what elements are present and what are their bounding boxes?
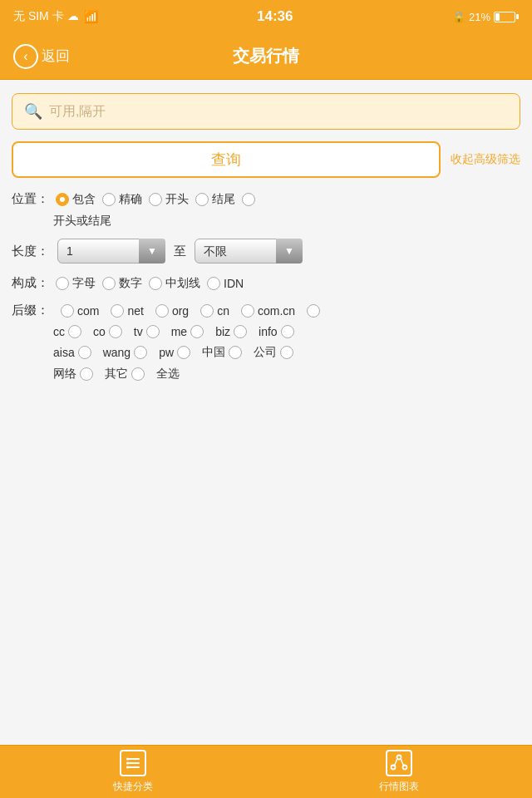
- comp-option-idn[interactable]: IDN: [207, 277, 244, 290]
- status-time: 14:36: [257, 8, 293, 25]
- radio-letter: [56, 277, 69, 290]
- suffix-org[interactable]: org: [155, 304, 189, 318]
- content-area: 🔍 可用,隔开 查询 收起高级筛选 位置： 包含 精确 开头 结尾 开头或结尾 …: [0, 80, 532, 745]
- suffix-net[interactable]: net: [111, 304, 143, 318]
- composition-row: 构成： 字母 数字 中划线 IDN: [12, 275, 520, 291]
- length-row: 长度： 123 456 ▼ 至 不限23 456 ▼: [12, 239, 520, 264]
- suffix-row-4: 网络 其它 全选: [53, 367, 520, 382]
- suffix-network[interactable]: 网络: [53, 367, 93, 382]
- suffix-row-2: cc co tv me biz info: [53, 325, 520, 338]
- radio-dash: [149, 277, 162, 290]
- suffix-info[interactable]: info: [259, 325, 294, 338]
- suffix-row-3: aisa wang pw 中国 公司: [53, 345, 520, 360]
- suffix-cn[interactable]: cn: [200, 304, 229, 318]
- query-row: 查询 收起高级筛选: [12, 141, 520, 178]
- radio-number: [102, 277, 116, 290]
- suffix-com[interactable]: com: [61, 304, 99, 318]
- query-button[interactable]: 查询: [12, 141, 441, 178]
- tab-bar: 快捷分类 行情图表: [0, 745, 532, 798]
- wifi-icon: 📶: [84, 10, 98, 23]
- suffix-cc[interactable]: cc: [53, 325, 81, 338]
- svg-point-5: [126, 766, 129, 769]
- radio-idn: [207, 277, 220, 290]
- suffix-selectall[interactable]: 全选: [156, 367, 180, 382]
- suffix-me[interactable]: me: [171, 325, 204, 338]
- comp-option-number[interactable]: 数字: [102, 276, 142, 291]
- suffix-biz[interactable]: biz: [215, 325, 247, 338]
- comp-option-letter[interactable]: 字母: [56, 276, 96, 291]
- share-icon: [386, 750, 412, 776]
- sub-option-text: 开头或结尾: [53, 214, 520, 229]
- back-button[interactable]: ‹ 返回: [13, 44, 70, 69]
- position-filter-row: 位置： 包含 精确 开头 结尾: [12, 191, 520, 207]
- suffix-aisa[interactable]: aisa: [53, 346, 91, 359]
- tab-chart-label: 行情图表: [379, 780, 419, 794]
- radio-extra: [242, 193, 255, 206]
- position-label: 位置：: [12, 191, 49, 207]
- search-icon: 🔍: [24, 102, 42, 121]
- suffix-label: 后缀：: [12, 303, 49, 318]
- collapse-filter-button[interactable]: 收起高级筛选: [451, 152, 520, 167]
- suffix-tv[interactable]: tv: [134, 325, 160, 338]
- nav-title: 交易行情: [233, 45, 299, 67]
- suffix-co[interactable]: co: [93, 325, 122, 338]
- suffix-section: 后缀： com net org cn com.cn: [12, 303, 520, 382]
- length-from-wrapper: 123 456 ▼: [57, 239, 165, 264]
- position-option-exact[interactable]: 精确: [102, 192, 142, 207]
- back-circle-icon: ‹: [13, 44, 38, 69]
- tab-market-chart[interactable]: 行情图表: [379, 750, 419, 794]
- length-from-select[interactable]: 123 456: [57, 239, 165, 264]
- back-label: 返回: [42, 47, 70, 66]
- tab-quick-label: 快捷分类: [113, 780, 153, 794]
- position-option-start[interactable]: 开头: [149, 192, 189, 207]
- suffix-row-1: 后缀： com net org cn com.cn: [12, 303, 520, 318]
- svg-point-3: [126, 758, 129, 761]
- svg-line-10: [401, 759, 404, 766]
- nav-bar: ‹ 返回 交易行情: [0, 33, 532, 80]
- position-option-end[interactable]: 结尾: [195, 192, 235, 207]
- status-bar: 无 SIM 卡 ☁ 📶 14:36 🔒 21%: [0, 0, 532, 33]
- composition-label: 构成：: [12, 275, 49, 291]
- search-box[interactable]: 🔍 可用,隔开: [12, 93, 520, 130]
- suffix-other[interactable]: 其它: [105, 367, 145, 382]
- position-option-contain[interactable]: 包含: [56, 192, 96, 207]
- radio-contain: [56, 193, 69, 206]
- lock-icon: 🔒: [452, 11, 466, 23]
- tab-quick-category[interactable]: 快捷分类: [113, 750, 153, 794]
- radio-end: [195, 193, 209, 206]
- suffix-comcn[interactable]: com.cn: [241, 304, 295, 318]
- length-label: 长度：: [12, 244, 49, 259]
- svg-line-9: [395, 759, 398, 766]
- svg-point-8: [403, 766, 407, 770]
- status-right: 🔒 21%: [452, 11, 519, 23]
- suffix-china[interactable]: 中国: [202, 345, 242, 360]
- list-icon: [120, 750, 146, 776]
- length-to-select[interactable]: 不限23 456: [195, 239, 303, 264]
- no-sim-text: 无 SIM 卡 ☁: [13, 9, 79, 24]
- comp-option-dash[interactable]: 中划线: [149, 276, 200, 291]
- radio-start: [149, 193, 162, 206]
- suffix-wang[interactable]: wang: [103, 346, 147, 359]
- length-to-wrapper: 不限23 456 ▼: [195, 239, 303, 264]
- svg-point-7: [392, 766, 396, 770]
- length-separator: 至: [174, 244, 186, 259]
- search-placeholder: 可用,隔开: [49, 103, 106, 121]
- radio-exact: [102, 193, 116, 206]
- suffix-pw[interactable]: pw: [159, 346, 190, 359]
- battery-percent: 21%: [469, 11, 490, 23]
- status-left: 无 SIM 卡 ☁ 📶: [13, 9, 98, 24]
- suffix-company[interactable]: 公司: [254, 345, 293, 360]
- svg-point-4: [126, 762, 129, 765]
- battery-icon: [494, 12, 519, 22]
